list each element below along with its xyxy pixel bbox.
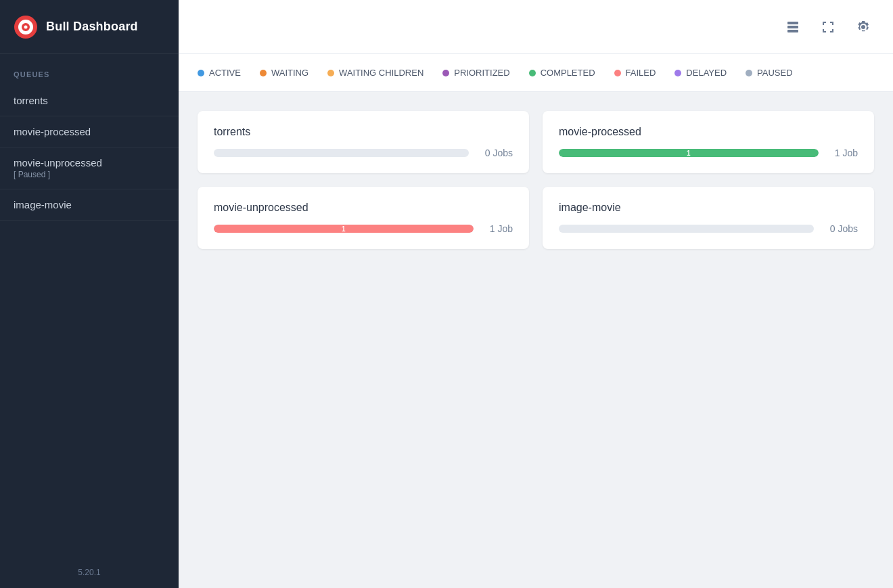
paused-dot xyxy=(746,70,752,76)
sidebar-nav: torrents movie-processed movie-unprocess… xyxy=(0,85,179,221)
queue-name-movie-unprocessed: movie-unprocessed xyxy=(214,202,308,214)
queue-name-torrents: torrents xyxy=(214,126,250,138)
waiting-children-dot xyxy=(327,70,334,76)
queue-card-movie-unprocessed[interactable]: movie-unprocessed 1 1 Job xyxy=(198,187,529,249)
filter-active-label: ACTIVE xyxy=(209,68,241,78)
queue-bar-row-movie-processed: 1 1 Job xyxy=(559,148,858,158)
queue-jobs-image-movie: 0 Jobs xyxy=(830,223,858,234)
app-logo xyxy=(14,15,38,39)
queue-card-header-torrents: torrents xyxy=(214,126,513,138)
queue-card-movie-processed[interactable]: movie-processed 1 1 Job xyxy=(543,111,874,173)
filter-waiting-label: WAITING xyxy=(271,68,308,78)
queues-section-label: QUEUES xyxy=(0,54,179,85)
failed-dot xyxy=(614,70,621,76)
progress-fill-movie-unprocessed: 1 xyxy=(214,225,474,233)
filter-completed-label: COMPLETED xyxy=(541,68,595,78)
filter-delayed-label: DELAYED xyxy=(686,68,727,78)
queue-card-image-movie[interactable]: image-movie 0 Jobs xyxy=(543,187,874,249)
filter-completed[interactable]: COMPLETED xyxy=(529,68,595,78)
queue-bar-row-movie-unprocessed: 1 1 Job xyxy=(214,223,513,234)
progress-fill-movie-processed: 1 xyxy=(559,149,819,157)
sidebar-header: Bull Dashboard xyxy=(0,0,179,54)
version-label: 5.20.1 xyxy=(0,557,179,588)
queue-bar-row-torrents: 0 Jobs xyxy=(214,148,513,158)
filter-prioritized[interactable]: PRIORITIZED xyxy=(442,68,509,78)
progress-track-movie-processed: 1 xyxy=(559,149,819,157)
filter-waiting-children[interactable]: WAITING CHILDREN xyxy=(327,68,423,78)
queue-bar-row-image-movie: 0 Jobs xyxy=(559,223,858,234)
filter-active[interactable]: ACTIVE xyxy=(198,68,241,78)
svg-point-7 xyxy=(861,25,865,29)
queue-jobs-movie-processed: 1 Job xyxy=(835,148,858,158)
queue-card-header-movie-unprocessed: movie-unprocessed xyxy=(214,202,513,214)
queue-grid: torrents 0 Jobs movie-processed 1 xyxy=(198,111,874,249)
queue-card-header-movie-processed: movie-processed xyxy=(559,126,858,138)
queue-grid-container: torrents 0 Jobs movie-processed 1 xyxy=(179,92,893,588)
topbar xyxy=(179,0,893,54)
queue-jobs-movie-unprocessed: 1 Job xyxy=(490,223,513,234)
app-title: Bull Dashboard xyxy=(46,20,138,34)
fullscreen-icon[interactable] xyxy=(817,16,839,38)
progress-track-image-movie xyxy=(559,225,814,233)
queue-name-movie-processed: movie-processed xyxy=(559,126,641,138)
filter-paused[interactable]: PAUSED xyxy=(746,68,793,78)
filter-waiting-children-label: WAITING CHILDREN xyxy=(339,68,423,78)
layers-icon[interactable] xyxy=(782,16,804,38)
svg-point-3 xyxy=(24,25,28,28)
filter-paused-label: PAUSED xyxy=(757,68,793,78)
svg-rect-5 xyxy=(787,26,798,28)
sidebar-item-movie-processed[interactable]: movie-processed xyxy=(0,116,179,148)
main-content: ACTIVE WAITING WAITING CHILDREN PRIORITI… xyxy=(179,0,893,588)
sidebar-item-image-movie[interactable]: image-movie xyxy=(0,189,179,221)
sidebar: Bull Dashboard QUEUES torrents movie-pro… xyxy=(0,0,179,588)
queue-name-image-movie: image-movie xyxy=(559,202,621,214)
filter-prioritized-label: PRIORITIZED xyxy=(454,68,509,78)
delayed-dot xyxy=(674,70,681,76)
topbar-icons xyxy=(782,16,874,38)
active-dot xyxy=(198,70,204,76)
prioritized-dot xyxy=(442,70,449,76)
filter-failed-label: FAILED xyxy=(626,68,656,78)
completed-dot xyxy=(529,70,536,76)
filter-waiting[interactable]: WAITING xyxy=(260,68,308,78)
waiting-dot xyxy=(260,70,267,76)
queue-card-header-image-movie: image-movie xyxy=(559,202,858,214)
progress-track-torrents xyxy=(214,149,469,157)
filter-failed[interactable]: FAILED xyxy=(614,68,656,78)
progress-track-movie-unprocessed: 1 xyxy=(214,225,474,233)
sidebar-item-movie-unprocessed[interactable]: movie-unprocessed [ Paused ] xyxy=(0,148,179,189)
sidebar-item-torrents[interactable]: torrents xyxy=(0,85,179,116)
queue-jobs-torrents: 0 Jobs xyxy=(485,148,513,158)
queue-card-torrents[interactable]: torrents 0 Jobs xyxy=(198,111,529,173)
svg-rect-4 xyxy=(787,22,798,24)
svg-rect-6 xyxy=(787,30,798,32)
filter-delayed[interactable]: DELAYED xyxy=(674,68,727,78)
filter-bar: ACTIVE WAITING WAITING CHILDREN PRIORITI… xyxy=(179,54,893,92)
settings-icon[interactable] xyxy=(852,16,874,38)
